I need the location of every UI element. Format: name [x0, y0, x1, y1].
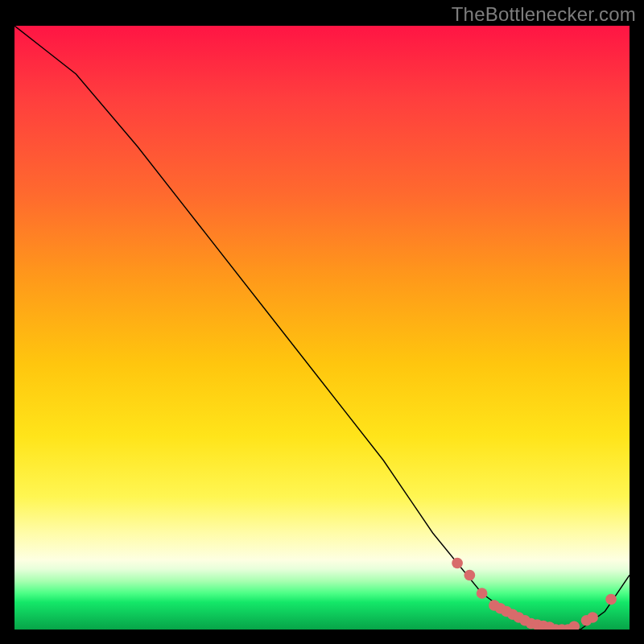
chart-marker — [452, 558, 463, 569]
attribution-text: TheBottlenecker.com — [452, 3, 636, 26]
chart-svg — [14, 26, 630, 630]
chart-marker — [587, 612, 598, 623]
chart-marker — [605, 594, 617, 605]
chart-marker — [568, 621, 580, 630]
chart-marker — [464, 570, 475, 581]
chart-markers — [452, 558, 617, 630]
chart-area — [14, 26, 630, 630]
chart-marker — [477, 588, 488, 599]
chart-curve — [14, 26, 630, 630]
